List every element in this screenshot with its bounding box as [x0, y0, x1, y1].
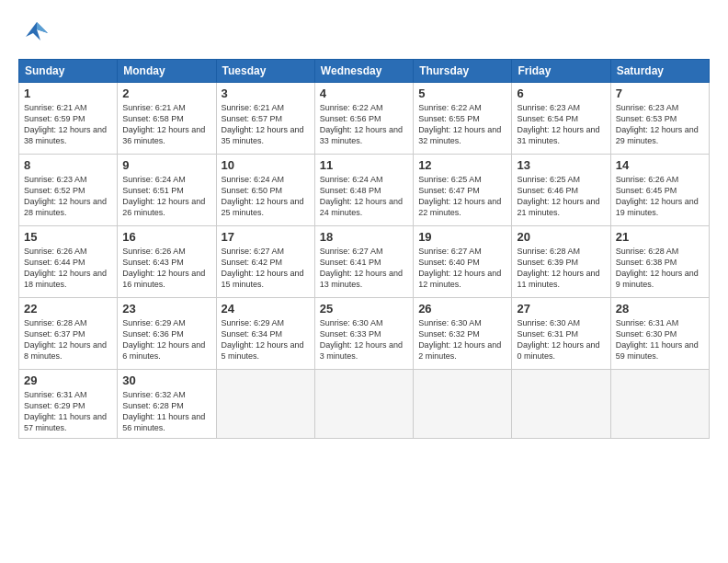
- calendar-header-row: Sunday Monday Tuesday Wednesday Thursday…: [19, 60, 710, 83]
- calendar-week-row: 29Sunrise: 6:31 AMSunset: 6:29 PMDayligh…: [19, 370, 710, 439]
- col-saturday: Saturday: [610, 60, 709, 83]
- day-number: 17: [222, 230, 310, 244]
- day-info: Sunrise: 6:24 AMSunset: 6:48 PMDaylight:…: [320, 174, 408, 219]
- header: [18, 18, 710, 48]
- day-info: Sunrise: 6:27 AMSunset: 6:41 PMDaylight:…: [320, 246, 408, 291]
- day-number: 1: [24, 86, 112, 100]
- day-number: 15: [24, 230, 112, 244]
- calendar-cell: 11Sunrise: 6:24 AMSunset: 6:48 PMDayligh…: [314, 155, 413, 226]
- calendar-cell: 8Sunrise: 6:23 AMSunset: 6:52 PMDaylight…: [19, 155, 118, 226]
- day-info: Sunrise: 6:23 AMSunset: 6:54 PMDaylight:…: [517, 102, 605, 147]
- calendar-cell: 28Sunrise: 6:31 AMSunset: 6:30 PMDayligh…: [610, 298, 709, 370]
- calendar-cell: 27Sunrise: 6:30 AMSunset: 6:31 PMDayligh…: [512, 298, 610, 370]
- day-number: 6: [517, 86, 605, 100]
- day-number: 7: [616, 86, 704, 100]
- calendar-week-row: 1Sunrise: 6:21 AMSunset: 6:59 PMDaylight…: [19, 83, 710, 155]
- day-number: 10: [222, 158, 310, 172]
- day-number: 14: [616, 158, 704, 172]
- calendar-cell: 29Sunrise: 6:31 AMSunset: 6:29 PMDayligh…: [19, 370, 118, 439]
- day-number: 4: [320, 86, 408, 100]
- day-number: 12: [418, 158, 506, 172]
- logo: [18, 18, 51, 48]
- day-info: Sunrise: 6:29 AMSunset: 6:36 PMDaylight:…: [122, 317, 210, 362]
- calendar-cell: 2Sunrise: 6:21 AMSunset: 6:58 PMDaylight…: [118, 83, 216, 155]
- day-info: Sunrise: 6:26 AMSunset: 6:45 PMDaylight:…: [616, 174, 704, 219]
- calendar-cell: 20Sunrise: 6:28 AMSunset: 6:39 PMDayligh…: [512, 226, 610, 298]
- day-info: Sunrise: 6:23 AMSunset: 6:53 PMDaylight:…: [616, 102, 704, 147]
- day-number: 20: [517, 230, 605, 244]
- day-info: Sunrise: 6:25 AMSunset: 6:47 PMDaylight:…: [418, 174, 506, 219]
- day-info: Sunrise: 6:27 AMSunset: 6:40 PMDaylight:…: [418, 246, 506, 291]
- col-friday: Friday: [512, 60, 610, 83]
- day-info: Sunrise: 6:23 AMSunset: 6:52 PMDaylight:…: [24, 174, 112, 219]
- calendar-cell: 12Sunrise: 6:25 AMSunset: 6:47 PMDayligh…: [414, 155, 512, 226]
- calendar-cell: 13Sunrise: 6:25 AMSunset: 6:46 PMDayligh…: [512, 155, 610, 226]
- calendar-cell: 21Sunrise: 6:28 AMSunset: 6:38 PMDayligh…: [610, 226, 709, 298]
- calendar-cell: 10Sunrise: 6:24 AMSunset: 6:50 PMDayligh…: [216, 155, 314, 226]
- day-info: Sunrise: 6:32 AMSunset: 6:28 PMDaylight:…: [122, 389, 210, 434]
- day-info: Sunrise: 6:31 AMSunset: 6:30 PMDaylight:…: [616, 317, 704, 362]
- day-number: 25: [320, 302, 408, 316]
- day-number: 18: [320, 230, 408, 244]
- calendar-cell: [512, 370, 610, 439]
- col-monday: Monday: [118, 60, 216, 83]
- day-number: 22: [24, 302, 112, 316]
- day-number: 19: [418, 230, 506, 244]
- col-thursday: Thursday: [414, 60, 512, 83]
- day-info: Sunrise: 6:28 AMSunset: 6:37 PMDaylight:…: [24, 317, 112, 362]
- day-info: Sunrise: 6:25 AMSunset: 6:46 PMDaylight:…: [517, 174, 605, 219]
- calendar-week-row: 8Sunrise: 6:23 AMSunset: 6:52 PMDaylight…: [19, 155, 710, 226]
- calendar-cell: 9Sunrise: 6:24 AMSunset: 6:51 PMDaylight…: [118, 155, 216, 226]
- col-sunday: Sunday: [19, 60, 118, 83]
- calendar-cell: 4Sunrise: 6:22 AMSunset: 6:56 PMDaylight…: [314, 83, 413, 155]
- day-info: Sunrise: 6:30 AMSunset: 6:32 PMDaylight:…: [418, 317, 506, 362]
- day-info: Sunrise: 6:28 AMSunset: 6:39 PMDaylight:…: [517, 246, 605, 291]
- day-number: 2: [122, 86, 210, 100]
- calendar-week-row: 22Sunrise: 6:28 AMSunset: 6:37 PMDayligh…: [19, 298, 710, 370]
- day-number: 9: [122, 158, 210, 172]
- day-info: Sunrise: 6:24 AMSunset: 6:50 PMDaylight:…: [222, 174, 310, 219]
- day-number: 5: [418, 86, 506, 100]
- day-number: 29: [24, 373, 112, 387]
- day-number: 13: [517, 158, 605, 172]
- day-number: 8: [24, 158, 112, 172]
- calendar-cell: 23Sunrise: 6:29 AMSunset: 6:36 PMDayligh…: [118, 298, 216, 370]
- day-info: Sunrise: 6:28 AMSunset: 6:38 PMDaylight:…: [616, 246, 704, 291]
- calendar-cell: 18Sunrise: 6:27 AMSunset: 6:41 PMDayligh…: [314, 226, 413, 298]
- calendar-cell: 17Sunrise: 6:27 AMSunset: 6:42 PMDayligh…: [216, 226, 314, 298]
- day-number: 27: [517, 302, 605, 316]
- day-number: 30: [122, 373, 210, 387]
- day-number: 16: [122, 230, 210, 244]
- day-info: Sunrise: 6:22 AMSunset: 6:56 PMDaylight:…: [320, 102, 408, 147]
- day-info: Sunrise: 6:21 AMSunset: 6:57 PMDaylight:…: [222, 102, 310, 147]
- calendar-cell: [414, 370, 512, 439]
- calendar-cell: [216, 370, 314, 439]
- day-number: 24: [222, 302, 310, 316]
- day-number: 28: [616, 302, 704, 316]
- day-info: Sunrise: 6:30 AMSunset: 6:31 PMDaylight:…: [517, 317, 605, 362]
- calendar-cell: 26Sunrise: 6:30 AMSunset: 6:32 PMDayligh…: [414, 298, 512, 370]
- calendar-cell: 6Sunrise: 6:23 AMSunset: 6:54 PMDaylight…: [512, 83, 610, 155]
- day-info: Sunrise: 6:31 AMSunset: 6:29 PMDaylight:…: [24, 389, 112, 434]
- calendar-cell: 14Sunrise: 6:26 AMSunset: 6:45 PMDayligh…: [610, 155, 709, 226]
- calendar-cell: 16Sunrise: 6:26 AMSunset: 6:43 PMDayligh…: [118, 226, 216, 298]
- calendar-cell: 22Sunrise: 6:28 AMSunset: 6:37 PMDayligh…: [19, 298, 118, 370]
- day-info: Sunrise: 6:22 AMSunset: 6:55 PMDaylight:…: [418, 102, 506, 147]
- calendar-table: Sunday Monday Tuesday Wednesday Thursday…: [18, 59, 710, 439]
- calendar-cell: 7Sunrise: 6:23 AMSunset: 6:53 PMDaylight…: [610, 83, 709, 155]
- page: Sunday Monday Tuesday Wednesday Thursday…: [0, 0, 728, 563]
- day-number: 3: [222, 86, 310, 100]
- calendar-cell: [610, 370, 709, 439]
- day-number: 21: [616, 230, 704, 244]
- calendar-cell: 1Sunrise: 6:21 AMSunset: 6:59 PMDaylight…: [19, 83, 118, 155]
- calendar-cell: 5Sunrise: 6:22 AMSunset: 6:55 PMDaylight…: [414, 83, 512, 155]
- day-info: Sunrise: 6:26 AMSunset: 6:44 PMDaylight:…: [24, 246, 112, 291]
- svg-marker-1: [37, 22, 48, 33]
- day-info: Sunrise: 6:24 AMSunset: 6:51 PMDaylight:…: [122, 174, 210, 219]
- day-info: Sunrise: 6:21 AMSunset: 6:58 PMDaylight:…: [122, 102, 210, 147]
- calendar-cell: 19Sunrise: 6:27 AMSunset: 6:40 PMDayligh…: [414, 226, 512, 298]
- day-info: Sunrise: 6:26 AMSunset: 6:43 PMDaylight:…: [122, 246, 210, 291]
- day-number: 26: [418, 302, 506, 316]
- col-tuesday: Tuesday: [216, 60, 314, 83]
- logo-bird-icon: [22, 18, 51, 48]
